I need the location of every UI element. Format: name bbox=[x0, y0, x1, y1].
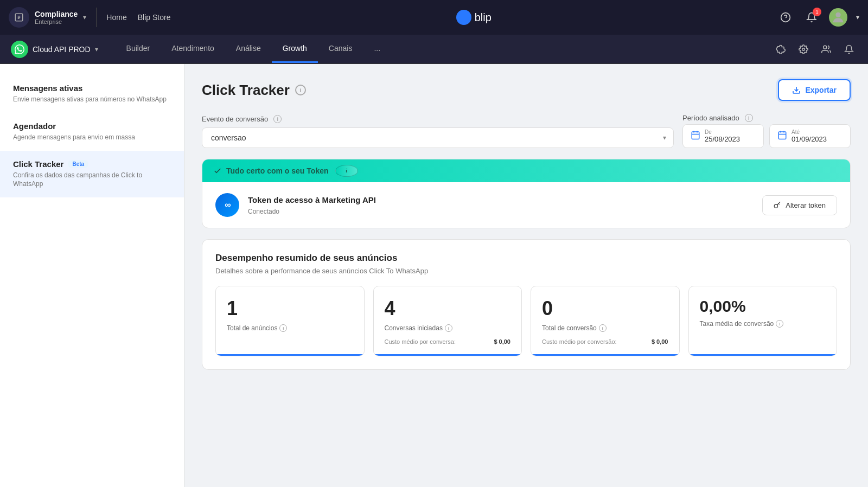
conversion-event-field: Evento de conversão i conversao ▾ bbox=[202, 115, 674, 148]
beta-badge: Beta bbox=[68, 160, 88, 168]
settings-icon[interactable] bbox=[795, 41, 812, 57]
svg-rect-5 bbox=[692, 132, 699, 139]
date-from-picker[interactable]: De 25/08/2023 bbox=[682, 124, 764, 148]
svg-point-4 bbox=[824, 46, 827, 49]
sub-nav-right bbox=[773, 41, 857, 57]
nav-links: Home Blip Store bbox=[106, 13, 170, 22]
conversion-event-info-icon[interactable]: i bbox=[273, 115, 282, 123]
compliance-sub: Enterprise bbox=[35, 18, 78, 25]
alter-token-button-label: Alterar token bbox=[786, 201, 826, 209]
user-avatar[interactable] bbox=[829, 8, 847, 27]
sub-nav-canais[interactable]: Canais bbox=[318, 35, 363, 63]
content-header: Click Tracker i Exportar bbox=[202, 79, 851, 101]
token-header: Tudo certo com o seu Token i bbox=[202, 159, 850, 182]
blip-dot-icon bbox=[456, 10, 471, 25]
stat-bar-1 bbox=[216, 354, 364, 356]
alter-token-button[interactable]: Alterar token bbox=[762, 195, 837, 215]
sidebar-item-mensagens-title: Mensagens ativas bbox=[13, 84, 171, 93]
main-layout: Mensagens ativas Envie mensagens ativas … bbox=[0, 64, 868, 487]
blip-logo: blip bbox=[456, 10, 492, 25]
stat-taxa-label: Taxa média de conversão i bbox=[700, 320, 826, 328]
calendar-from-icon bbox=[691, 130, 700, 143]
sidebar-item-clicktracker-desc: Confira os dados das campanhas de Click … bbox=[13, 171, 171, 189]
sub-nav-analise[interactable]: Análise bbox=[225, 35, 272, 63]
notifications-button[interactable]: 1 bbox=[803, 9, 820, 26]
sub-nav-atendimento[interactable]: Atendimento bbox=[161, 35, 225, 63]
page-title-info-icon[interactable]: i bbox=[295, 85, 306, 95]
brand-whatsapp-icon bbox=[11, 41, 28, 58]
sidebar-item-mensagens[interactable]: Mensagens ativas Envie mensagens ativas … bbox=[0, 75, 184, 113]
user-caret-icon[interactable]: ▾ bbox=[856, 14, 859, 21]
sidebar-item-clicktracker-label: Click Tracker bbox=[13, 159, 63, 169]
nav-link-blip-store[interactable]: Blip Store bbox=[138, 13, 171, 22]
nav-divider bbox=[96, 8, 97, 27]
date-pickers: De 25/08/2023 Até 01/09/2023 bbox=[682, 124, 851, 148]
help-button[interactable] bbox=[777, 9, 794, 26]
stat-conversas-bottom: Custo médio por conversa: $ 0,00 bbox=[385, 338, 511, 345]
period-label-text: Período analisado bbox=[682, 114, 739, 122]
export-button-label: Exportar bbox=[805, 86, 837, 94]
period-label: Período analisado i bbox=[682, 114, 851, 122]
top-nav-center: blip bbox=[179, 10, 768, 25]
date-to-content: Até 01/09/2023 bbox=[792, 129, 827, 143]
nav-link-home[interactable]: Home bbox=[106, 13, 126, 22]
sub-nav-builder[interactable]: Builder bbox=[116, 35, 161, 63]
conversion-event-select[interactable]: conversao bbox=[202, 127, 674, 148]
export-button[interactable]: Exportar bbox=[778, 79, 851, 101]
stat-conversas-value: 4 bbox=[385, 297, 511, 320]
stat-conversao-info-icon[interactable]: i bbox=[599, 324, 607, 332]
sidebar-item-clicktracker[interactable]: Click Tracker Beta Confira os dados das … bbox=[0, 151, 184, 198]
date-from-label: De bbox=[705, 129, 740, 135]
token-card: Tudo certo com o seu Token i ∞ Token de … bbox=[202, 159, 851, 228]
date-from-value: 25/08/2023 bbox=[705, 135, 740, 143]
top-navigation: Compliance Enterprise ▾ Home Blip Store … bbox=[0, 0, 868, 35]
stat-taxa-conversao: 0,00% Taxa média de conversão i bbox=[688, 286, 838, 356]
sidebar-item-agendador[interactable]: Agendador Agende mensagens para envio em… bbox=[0, 113, 184, 151]
period-info-icon[interactable]: i bbox=[745, 114, 753, 122]
sub-nav-brand-caret[interactable]: ▾ bbox=[95, 46, 98, 53]
stat-bar-2 bbox=[374, 354, 522, 356]
stat-conversas-info-icon[interactable]: i bbox=[445, 324, 452, 332]
performance-title: Desempenho resumido de seus anúncios bbox=[215, 253, 837, 264]
conversion-event-select-wrapper: conversao ▾ bbox=[202, 127, 674, 148]
stat-total-anuncios-label: Total de anúncios i bbox=[227, 324, 353, 332]
date-to-picker[interactable]: Até 01/09/2023 bbox=[769, 124, 851, 148]
stat-conversao-label: Total de conversão i bbox=[542, 324, 668, 332]
date-from-content: De 25/08/2023 bbox=[705, 129, 740, 143]
main-content: Click Tracker i Exportar Evento de conve… bbox=[184, 64, 868, 487]
stat-conversao-bottom: Custo médio por conversão: $ 0,00 bbox=[542, 338, 668, 345]
team-icon[interactable] bbox=[818, 41, 834, 57]
svg-point-3 bbox=[802, 48, 805, 50]
top-nav-left: Compliance Enterprise ▾ Home Blip Store bbox=[9, 7, 170, 28]
sub-nav-links: Builder Atendimento Análise Growth Canai… bbox=[116, 35, 773, 63]
page-title: Click Tracker i bbox=[202, 82, 306, 99]
sub-navigation: Cloud API PROD ▾ Builder Atendimento Aná… bbox=[0, 35, 868, 64]
compliance-caret-icon[interactable]: ▾ bbox=[83, 14, 86, 21]
sub-nav-brand-name[interactable]: Cloud API PROD bbox=[33, 45, 91, 54]
stat-anuncios-info-icon[interactable]: i bbox=[279, 324, 287, 332]
stat-taxa-info-icon[interactable]: i bbox=[776, 320, 783, 328]
stat-conversas-iniciadas: 4 Conversas iniciadas i Custo médio por … bbox=[373, 286, 522, 356]
meta-logo-icon: ∞ bbox=[215, 193, 239, 217]
token-header-text: Tudo certo com o seu Token bbox=[226, 166, 329, 175]
sidebar: Mensagens ativas Envie mensagens ativas … bbox=[0, 64, 184, 487]
token-header-info-icon[interactable]: i bbox=[335, 165, 358, 177]
puzzle-icon[interactable] bbox=[773, 41, 789, 57]
sub-nav-more[interactable]: ... bbox=[363, 35, 391, 63]
conversion-event-label: Evento de conversão i bbox=[202, 115, 674, 123]
svg-rect-9 bbox=[778, 132, 786, 139]
sub-nav-brand[interactable]: Cloud API PROD ▾ bbox=[11, 41, 98, 58]
token-info: Token de acesso à Marketing API Conectad… bbox=[248, 195, 754, 215]
sub-nav-growth[interactable]: Growth bbox=[272, 35, 318, 63]
stats-grid: 1 Total de anúncios i 4 Conversas inicia… bbox=[215, 286, 837, 356]
sidebar-item-agendador-desc: Agende mensagens para envio em massa bbox=[13, 133, 171, 142]
top-nav-right: 1 ▾ bbox=[777, 8, 859, 27]
stat-conversao-value: 0 bbox=[542, 297, 668, 320]
svg-point-13 bbox=[774, 204, 777, 208]
bell-icon[interactable] bbox=[841, 41, 857, 57]
svg-point-2 bbox=[835, 12, 840, 17]
date-to-label: Até bbox=[792, 129, 827, 135]
compliance-icon bbox=[9, 7, 29, 28]
sidebar-item-agendador-title: Agendador bbox=[13, 121, 171, 131]
filters-row: Evento de conversão i conversao ▾ Períod… bbox=[202, 114, 851, 148]
